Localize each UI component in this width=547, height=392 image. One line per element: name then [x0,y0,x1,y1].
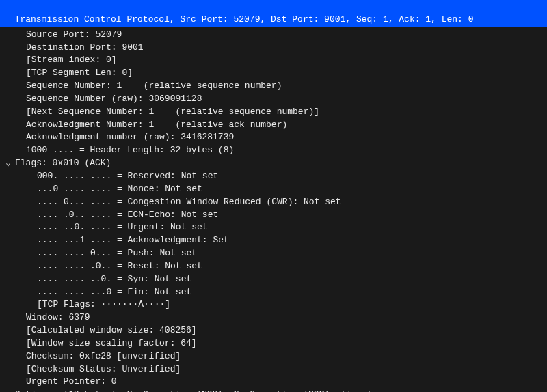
field-text: [Checksum Status: Unverified] [26,364,181,374]
field-text: .... .... ...0 = Fin: Not set [37,287,191,297]
field-text: .... .0.. .... = ECN-Echo: Not set [37,210,218,220]
field-text: .... ..0. .... = Urgent: Not set [37,222,208,232]
field-text: Urgent Pointer: 0 [26,376,117,387]
field-text: .... .... .0.. = Reset: Not set [37,261,202,271]
field-text: [Calculated window size: 408256] [26,325,197,335]
field-ack-raw[interactable]: Acknowledgment number (raw): 3416281739 [0,131,547,144]
flag-urgent[interactable]: .... ..0. .... = Urgent: Not set [0,221,547,234]
field-checksum[interactable]: Checksum: 0xfe28 [unverified] [0,350,547,363]
field-text: 000. .... .... = Reserved: Not set [37,171,218,181]
field-text: [TCP Segment Len: 0] [26,68,133,78]
field-text: .... 0... .... = Congestion Window Reduc… [37,197,341,207]
field-ack-relative[interactable]: Acknowledgment Number: 1 (relative ack n… [0,119,547,132]
flag-ecn[interactable]: .... .0.. .... = ECN-Echo: Not set [0,209,547,222]
field-window-scale[interactable]: [Window size scaling factor: 64] [0,337,547,350]
field-calc-window[interactable]: [Calculated window size: 408256] [0,324,547,337]
field-next-seq[interactable]: [Next Sequence Number: 1 (relative seque… [0,106,547,119]
field-text: [Window size scaling factor: 64] [26,338,197,348]
field-text: Sequence Number (raw): 3069091128 [26,94,202,104]
flag-ack[interactable]: .... ...1 .... = Acknowledgment: Set [0,234,547,247]
field-flags-summary[interactable]: ⌄Flags: 0x010 (ACK) [0,157,547,170]
field-text: Flags: 0x010 (ACK) [15,158,111,168]
field-urgent-pointer[interactable]: Urgent Pointer: 0 [0,376,547,389]
field-window[interactable]: Window: 6379 [0,311,547,324]
field-seq-relative[interactable]: Sequence Number: 1 (relative sequence nu… [0,80,547,93]
field-text: Acknowledgment Number: 1 (relative ack n… [26,120,287,130]
field-text: .... ...1 .... = Acknowledgment: Set [37,235,229,245]
field-text: [Next Sequence Number: 1 (relative seque… [26,107,319,117]
field-segment-len[interactable]: [TCP Segment Len: 0] [0,67,547,80]
field-destination-port[interactable]: Destination Port: 9001 [0,42,547,55]
flag-cwr[interactable]: .... 0... .... = Congestion Window Reduc… [0,196,547,209]
field-text: 1000 .... = Header Length: 32 bytes (8) [26,145,234,155]
field-text: .... .... ..0. = Syn: Not set [37,274,191,284]
flag-nonce[interactable]: ...0 .... .... = Nonce: Not set [0,183,547,196]
chevron-down-icon[interactable]: ⌄ [5,157,15,170]
field-text: Acknowledgment number (raw): 3416281739 [26,132,234,142]
field-text: ...0 .... .... = Nonce: Not set [37,184,202,194]
field-text: Source Port: 52079 [26,29,122,40]
field-text: [Stream index: 0] [26,55,117,65]
field-text: Destination Port: 9001 [26,42,144,53]
packet-detail-tree: Source Port: 52079 Destination Port: 900… [0,27,547,392]
field-text: Window: 6379 [26,312,90,322]
field-text: Options: (12 bytes), No-Operation (NOP),… [15,389,394,392]
flag-fin[interactable]: .... .... ...0 = Fin: Not set [0,286,547,299]
field-text: Checksum: 0xfe28 [unverified] [26,351,181,361]
field-seq-raw[interactable]: Sequence Number (raw): 3069091128 [0,93,547,106]
tcp-flags-string[interactable]: [TCP Flags: ·······A····] [0,298,547,311]
field-text: .... .... 0... = Push: Not set [37,248,197,258]
flag-reserved[interactable]: 000. .... .... = Reserved: Not set [0,170,547,183]
field-text: Sequence Number: 1 (relative sequence nu… [26,81,282,91]
field-checksum-status[interactable]: [Checksum Status: Unverified] [0,363,547,376]
flag-syn[interactable]: .... .... ..0. = Syn: Not set [0,273,547,286]
protocol-header-text: Transmission Control Protocol, Src Port:… [15,14,474,25]
field-source-port[interactable]: Source Port: 52079 [0,29,547,42]
field-stream-index[interactable]: [Stream index: 0] [0,54,547,67]
field-text: [TCP Flags: ·······A····] [37,299,170,309]
chevron-right-icon[interactable]: › [5,389,15,392]
field-header-length[interactable]: 1000 .... = Header Length: 32 bytes (8) [0,144,547,157]
flag-push[interactable]: .... .... 0... = Push: Not set [0,247,547,260]
protocol-header-row[interactable]: Transmission Control Protocol, Src Port:… [0,0,547,27]
field-options[interactable]: ›Options: (12 bytes), No-Operation (NOP)… [0,389,547,392]
flag-reset[interactable]: .... .... .0.. = Reset: Not set [0,260,547,273]
